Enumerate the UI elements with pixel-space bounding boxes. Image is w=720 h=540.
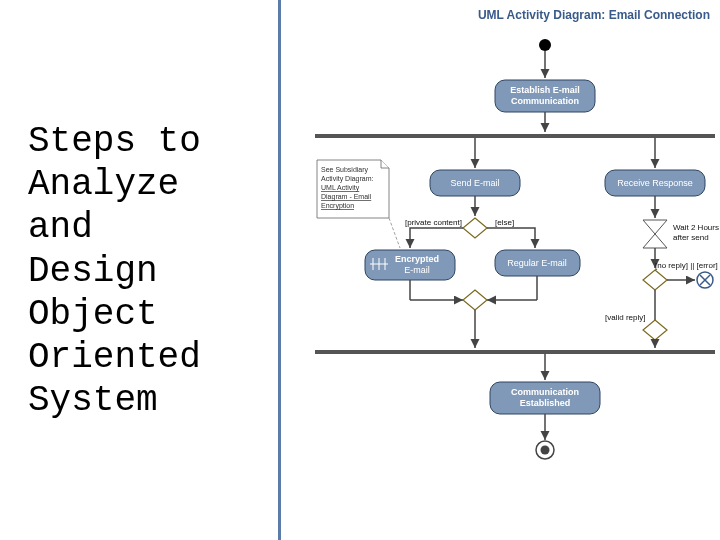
activity-comm-label: Communication <box>511 387 579 397</box>
activity-establish-label2: Communication <box>511 96 579 106</box>
activity-regular-label: Regular E-mail <box>507 258 567 268</box>
hourglass-icon <box>643 220 667 248</box>
svg-line-4 <box>389 218 400 248</box>
decision-reply <box>643 270 667 290</box>
activity-receive-label: Receive Response <box>617 178 693 188</box>
title-line: Object <box>28 294 158 335</box>
diagram-pane: UML Activity Diagram: Email Connection E… <box>285 0 720 540</box>
guard-noreply: [no reply] || [error] <box>655 261 718 270</box>
note-line: Encryption <box>321 202 354 210</box>
note-line: Diagram - Email <box>321 193 372 201</box>
guard-else: [else] <box>495 218 514 227</box>
activity-establish-label: Establish E-mail <box>510 85 580 95</box>
merge-valid <box>643 320 667 340</box>
page-title: Steps to Analyze and Design Object Orien… <box>28 120 268 422</box>
title-line: Steps to <box>28 121 201 162</box>
title-line: Analyze <box>28 164 179 205</box>
fork-bar <box>315 134 715 138</box>
title-line: and <box>28 207 93 248</box>
merge-send-branch <box>463 290 487 310</box>
decision-content-type <box>463 218 487 238</box>
uml-activity-diagram: Establish E-mail Communication Send E-ma… <box>285 0 720 540</box>
initial-node-icon <box>539 39 551 51</box>
activity-comm-label2: Established <box>520 398 571 408</box>
wait-label2: after send <box>673 233 709 242</box>
note-line: UML Activity <box>321 184 360 192</box>
title-line: Design <box>28 251 158 292</box>
activity-encrypted-label2: E-mail <box>404 265 430 275</box>
note-line: Activity Diagram: <box>321 175 374 183</box>
activity-encrypted-label: Encrypted <box>395 254 439 264</box>
left-title-block: Steps to Analyze and Design Object Orien… <box>28 120 268 422</box>
rake-icon <box>370 258 388 270</box>
guard-private: [private content] <box>405 218 462 227</box>
vertical-divider <box>278 0 281 540</box>
title-line: System <box>28 380 158 421</box>
note-line: See Subsidiary <box>321 166 369 174</box>
guard-valid: [valid reply] <box>605 313 645 322</box>
activity-send-label: Send E-mail <box>450 178 499 188</box>
join-bar <box>315 350 715 354</box>
title-line: Oriented <box>28 337 201 378</box>
final-node-dot-icon <box>541 446 550 455</box>
wait-label: Wait 2 Hours <box>673 223 719 232</box>
